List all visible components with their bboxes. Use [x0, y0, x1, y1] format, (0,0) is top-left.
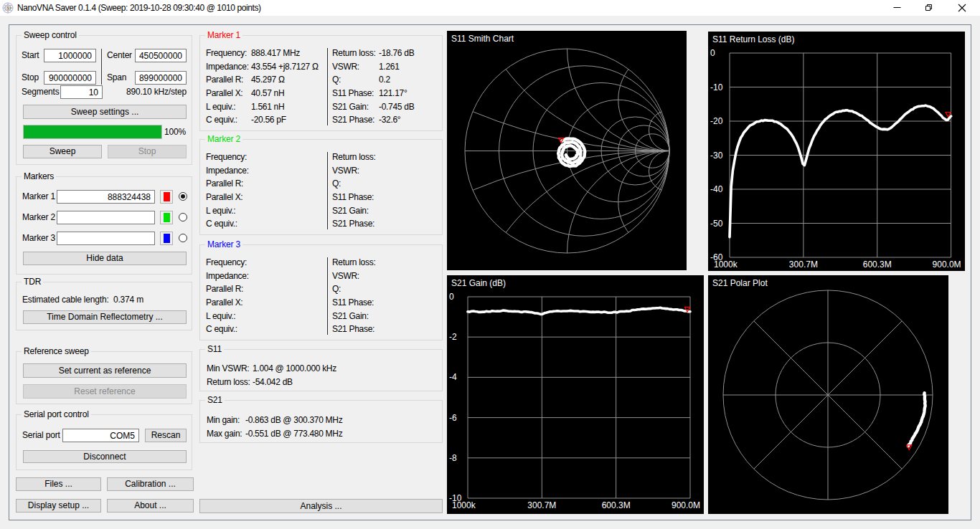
sweep-settings-button[interactable]: Sweep settings ...: [23, 105, 187, 119]
marker-field-label: Frequency:: [206, 48, 247, 58]
s11-stats-title: S11: [205, 344, 224, 354]
window-title: NanoVNA Saver 0.1.4 (Sweep: 2019-10-28 0…: [17, 0, 261, 16]
serial-port-input[interactable]: [62, 429, 139, 442]
marker-field-label: S11 Phase:: [332, 192, 374, 202]
serial-port-label: Serial port: [22, 429, 60, 442]
marker-field-label: Parallel X:: [206, 297, 242, 308]
marker-row: S11 Phase:: [332, 296, 375, 310]
marker2-radio[interactable]: [179, 213, 187, 221]
sweep-progress-fill: [24, 125, 161, 138]
hide-data-button[interactable]: Hide data: [23, 252, 187, 265]
marker-row: S21 Phase:-32.6°: [332, 113, 375, 127]
span-input[interactable]: [135, 71, 187, 85]
marker3-input[interactable]: [57, 232, 155, 245]
s11-stats-box: S11 Min VSWR:1.004 @ 1000.000 kHz Return…: [199, 349, 443, 391]
marker-field-value: -18.76 dB: [379, 47, 414, 60]
center-input[interactable]: [135, 49, 187, 62]
svg-text:-4: -4: [449, 372, 457, 382]
marker3-label: Marker 3: [22, 232, 55, 245]
marker-row: S21 Gain:-0.745 dB: [332, 100, 375, 114]
minimize-button[interactable]: [881, 0, 913, 16]
marker2-color-button[interactable]: [160, 211, 173, 224]
sweep-control-title: Sweep control: [22, 30, 79, 40]
analysis-button[interactable]: Analysis ...: [199, 499, 443, 513]
marker-field-label: Parallel X:: [206, 192, 242, 202]
set-reference-button[interactable]: Set current as reference: [23, 363, 187, 378]
restore-button[interactable]: [913, 0, 946, 16]
s11-smith-chart[interactable]: S11 Smith Chart: [447, 31, 687, 270]
center-label: Center: [107, 49, 132, 62]
s21-polar-chart[interactable]: S21 Polar Plot: [708, 275, 948, 514]
marker-row: Q:: [332, 177, 375, 191]
marker2-data-box: Marker 2 Frequency:Impedance:Parallel R:…: [199, 139, 443, 235]
min-vswr-value: 1.004 @ 1000.000 kHz: [253, 362, 336, 376]
s21-gain-chart[interactable]: S21 Gain (dB)0-2-4-6-8-101000k300.7M600.…: [447, 275, 704, 514]
marker-field-label: L equiv.:: [206, 102, 235, 112]
marker-field-label: Frequency:: [206, 257, 247, 267]
marker1-data-title: Marker 1: [205, 30, 242, 40]
marker-row: L equiv.:1.561 nH: [206, 100, 249, 114]
s11-return-loss-chart[interactable]: S11 Return Loss (dB)0-10-20-30-40-50-601…: [708, 32, 965, 271]
marker-row: C equiv.:: [206, 217, 249, 231]
stop-input[interactable]: [44, 71, 96, 85]
stop-button[interactable]: Stop: [108, 145, 187, 158]
marker1-color-button[interactable]: [160, 190, 173, 204]
segments-input[interactable]: [60, 85, 103, 99]
marker2-input[interactable]: [57, 211, 155, 224]
marker3-column-divider: [327, 257, 328, 335]
markers-group-title: Markers: [22, 171, 56, 181]
marker3-data-box: Marker 3 Frequency:Impedance:Parallel R:…: [199, 244, 443, 340]
marker-field-label: S21 Gain:: [332, 102, 369, 112]
close-button[interactable]: [946, 0, 978, 16]
serial-port-group-title: Serial port control: [22, 409, 91, 419]
sweep-button[interactable]: Sweep: [23, 145, 102, 158]
marker2-color-swatch: [164, 213, 170, 222]
max-gain-label: Max gain:: [207, 429, 242, 439]
marker-row: Frequency:: [206, 151, 249, 164]
svg-text:0: 0: [710, 48, 715, 58]
reset-reference-button[interactable]: Reset reference: [23, 384, 187, 399]
min-vswr-label: Min VSWR:: [207, 363, 249, 373]
marker-row: VSWR:1.261: [332, 60, 375, 74]
disconnect-button[interactable]: Disconnect: [23, 450, 187, 463]
svg-text:-6: -6: [449, 413, 457, 423]
svg-text:1000k: 1000k: [452, 500, 476, 510]
marker-row: L equiv.:: [206, 310, 249, 323]
tdr-button[interactable]: Time Domain Reflectometry ...: [23, 310, 187, 324]
marker-row: Return loss:-18.76 dB: [332, 47, 375, 60]
marker3-radio[interactable]: [179, 234, 187, 242]
marker1-column-divider: [327, 48, 328, 125]
sweep-separator: [101, 49, 102, 85]
nanovna-saver-window: {"window":{"title":"NanoVNA Saver 0.1.4 …: [0, 0, 980, 529]
marker-row: C equiv.:: [206, 323, 249, 336]
marker-field-label: Q:: [332, 75, 341, 85]
marker-field-label: S21 Gain:: [332, 206, 369, 216]
marker3-color-button[interactable]: [160, 232, 173, 245]
marker-row: S21 Phase:: [332, 323, 375, 336]
files-button[interactable]: Files ...: [16, 477, 101, 491]
marker-row: Q:: [332, 282, 375, 296]
marker-row: C equiv.:-20.56 pF: [206, 113, 249, 127]
sweep-progress-percent: 100%: [164, 125, 186, 139]
display-setup-button[interactable]: Display setup ...: [16, 499, 101, 513]
marker1-input[interactable]: [57, 190, 155, 204]
marker-row: Parallel R:: [206, 282, 249, 296]
marker-row: L equiv.:: [206, 204, 249, 218]
start-input[interactable]: [44, 49, 96, 62]
step-size-text: 890.10 kHz/step: [115, 85, 187, 99]
marker-field-label: S21 Phase:: [332, 115, 374, 125]
calibration-button[interactable]: Calibration ...: [107, 477, 194, 491]
marker-row: VSWR:: [332, 164, 375, 178]
marker-row: Parallel X:40.57 nH: [206, 87, 249, 100]
svg-text:S11 Smith Chart: S11 Smith Chart: [451, 34, 514, 44]
marker2-data-title: Marker 2: [205, 134, 242, 144]
marker1-radio[interactable]: [179, 192, 187, 201]
s11-return-loss-label: Return loss:: [207, 377, 250, 387]
min-gain-value: -0.863 dB @ 300.370 MHz: [245, 414, 342, 427]
rescan-button[interactable]: Rescan: [145, 429, 187, 442]
marker-field-label: Frequency:: [206, 152, 247, 162]
marker-row: Parallel X:: [206, 191, 249, 204]
svg-text:S11 Return Loss (dB): S11 Return Loss (dB): [712, 34, 795, 44]
marker-field-value: 888.417 MHz: [251, 47, 300, 60]
about-button[interactable]: About ...: [107, 499, 194, 513]
